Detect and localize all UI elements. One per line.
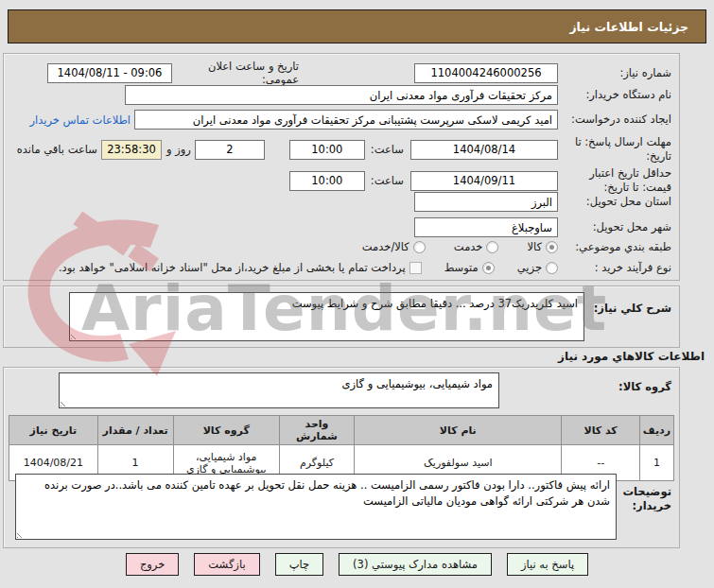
col-group: گروه کالا — [173, 416, 279, 445]
need-description-label: شرح کلي نياز: — [584, 292, 671, 316]
deadline-time-field[interactable]: 10:00 — [289, 140, 365, 160]
province-label: استان محل تحويل: — [558, 195, 671, 209]
countdown-timer: 23:58:30 — [101, 140, 162, 160]
province-field[interactable]: البرز — [414, 192, 558, 212]
radio-goods-service[interactable] — [413, 241, 426, 253]
radio-goods[interactable] — [546, 241, 558, 253]
respond-button[interactable]: پاسخ به نياز — [507, 553, 588, 576]
row-province: استان محل تحويل: البرز — [11, 192, 671, 212]
goods-table: رديف کد کالا نام کالا واحد شمارش گروه کا… — [9, 415, 674, 481]
page-title-bar: جزئيات اطلاعات نياز — [8, 9, 706, 43]
row-need-number: شماره نياز: 1104004246000256 تاريخ و ساع… — [11, 60, 671, 86]
page-title: جزئيات اطلاعات نياز — [569, 20, 688, 34]
buyer-org-field[interactable]: مرکز تحقیقات فرآوری مواد معدنی ایران — [125, 85, 558, 105]
row-deadline: مهلت ارسال پاسخ: تا تاريخ: 1404/08/14 سا… — [11, 133, 671, 165]
deadline-label: مهلت ارسال پاسخ: تا تاريخ: — [558, 135, 671, 164]
resize-grip-icon[interactable] — [71, 331, 79, 339]
action-button-row: پاسخ به نياز مشاهده مدارک پيوستي (3) چاپ… — [0, 552, 714, 576]
radio-goods-service-label: کالا/خدمت — [362, 240, 409, 253]
tender-detail-page: { "titlebar": { "title": "جزئيات اطلاعات… — [0, 0, 714, 588]
row-buyer-org: نام دستگاه خريدار: مرکز تحقیقات فرآوری م… — [11, 85, 671, 105]
goods-panel: گروه کالا: مواد شیمیایی، بیوشیمیایی و گا… — [3, 367, 680, 548]
radio-service-label: خدمت — [454, 240, 483, 253]
col-item-name: نام کالا — [355, 416, 562, 445]
radio-minor[interactable] — [546, 262, 558, 274]
buyer-org-label: نام دستگاه خريدار: — [558, 88, 671, 102]
view-attachments-button[interactable]: مشاهده مدارک پيوستي (3) — [339, 553, 492, 576]
deadline-date-field[interactable]: 1404/08/14 — [410, 140, 558, 160]
row-city: شهر محل تحويل: ساوجبلاغ — [11, 217, 671, 237]
radio-goods-label: کالا — [527, 240, 542, 253]
exit-button[interactable]: خروج — [126, 553, 179, 576]
need-description-text: اسید کلریدریک37 درصد ... دقیقا مطابق شرح… — [292, 297, 578, 310]
buyer-notes-textarea[interactable]: ارائه پیش فاکتور.. دارا بودن فاکتور رسمی… — [15, 474, 617, 540]
goods-table-header-row: رديف کد کالا نام کالا واحد شمارش گروه کا… — [9, 416, 674, 445]
need-number-label: شماره نياز: — [558, 66, 671, 80]
buyer-contact-link[interactable]: اطلاعات تماس خريدار — [29, 113, 131, 127]
col-item-code: کد کالا — [562, 416, 639, 445]
need-number-field[interactable]: 1104004246000256 — [414, 63, 558, 83]
goods-section-title: اطلاعات کالاهاي مورد نياز — [558, 350, 705, 363]
row-creator: ايجاد کننده درخواست: امید کریمی لاسکی سر… — [11, 110, 671, 130]
back-button[interactable]: بازگشت — [194, 553, 259, 576]
announce-label: تاريخ و ساعت اعلان عمومي: — [178, 60, 299, 86]
radio-medium[interactable] — [482, 262, 495, 274]
row-buyer-notes: توضيحات خريدار: ارائه پیش فاکتور.. دارا … — [11, 474, 671, 540]
goods-group-label: گروه کالا: — [613, 372, 671, 394]
col-quantity: تعداد / مقدار — [97, 416, 173, 445]
city-label: شهر محل تحويل: — [558, 220, 671, 234]
col-unit: واحد شمارش — [279, 416, 354, 445]
resize-grip-icon[interactable] — [17, 529, 26, 538]
buyer-notes-label: توضيحات خريدار: — [617, 474, 671, 513]
countdown-suffix-label: ساعت باقي مانده — [17, 143, 97, 156]
row-process-type: نوع فرآيند خريد : جزيي متوسط پرداخت تمام… — [11, 261, 671, 275]
need-description-panel: شرح کلي نياز: اسید کلریدریک37 درصد ... د… — [3, 285, 680, 348]
validity-label: حداقل تاريخ اعتبار قيمت: تا تاريخ: — [558, 166, 671, 195]
treasury-checkbox-label: پرداخت تمام یا بخشی از مبلغ خرید،از محل … — [59, 261, 406, 274]
row-need-description: شرح کلي نياز: اسید کلریدریک37 درصد ... د… — [11, 292, 671, 341]
deadline-hour-label: ساعت: — [371, 143, 404, 156]
validity-date-field[interactable]: 1404/09/11 — [410, 171, 558, 191]
category-label: طبقه بندي موضوعي: — [558, 240, 671, 254]
goods-group-textarea[interactable]: مواد شیمیایی، بیوشیمیایی و گازی — [59, 372, 499, 408]
city-field[interactable]: ساوجبلاغ — [414, 217, 558, 237]
row-category: طبقه بندي موضوعي: کالا خدمت کالا/خدمت — [11, 240, 671, 254]
buyer-notes-text: ارائه پیش فاکتور.. دارا بودن فاکتور رسمی… — [44, 478, 610, 508]
creator-label: ايجاد کننده درخواست: — [558, 112, 671, 127]
row-goods-group: گروه کالا: مواد شیمیایی، بیوشیمیایی و گا… — [11, 372, 671, 408]
print-button[interactable]: چاپ — [275, 553, 323, 576]
goods-group-text: مواد شیمیایی، بیوشیمیایی و گازی — [342, 377, 493, 390]
info-panel: شماره نياز: 1104004246000256 تاريخ و ساع… — [3, 53, 680, 281]
radio-minor-label: جزيي — [517, 261, 542, 274]
radio-service[interactable] — [486, 241, 498, 253]
creator-field[interactable]: امید کریمی لاسکی سرپرست پشتیبانی مرکز تح… — [134, 110, 558, 130]
col-row-number: رديف — [639, 416, 673, 445]
days-suffix-label: روز و — [166, 143, 191, 156]
process-label: نوع فرآيند خريد : — [558, 261, 671, 275]
validity-time-field[interactable]: 10:00 — [289, 171, 365, 191]
need-description-textarea[interactable]: اسید کلریدریک37 درصد ... دقیقا مطابق شرح… — [69, 292, 584, 341]
remaining-days-field[interactable]: 2 — [195, 140, 265, 160]
treasury-checkbox[interactable] — [409, 262, 422, 274]
radio-medium-label: متوسط — [444, 261, 479, 274]
validity-hour-label: ساعت: — [371, 174, 404, 187]
announce-datetime-field[interactable]: 1404/08/11 - 09:06 — [47, 63, 172, 83]
col-need-date: تاريخ نياز — [9, 416, 98, 445]
resize-grip-icon[interactable] — [61, 398, 69, 406]
